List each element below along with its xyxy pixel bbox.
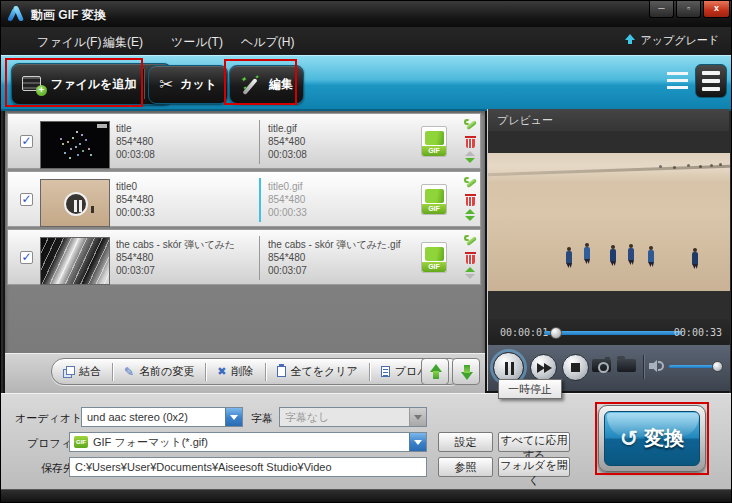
list-action-bar: 結合 ✎名前の変更 ✖削除 全てをクリア プロパティ — [5, 353, 485, 393]
browse-button[interactable]: 参照 — [438, 457, 493, 477]
upgrade-icon — [625, 34, 635, 45]
row2-delete-icon[interactable] — [465, 194, 477, 207]
row1-move-up-icon[interactable] — [465, 151, 475, 156]
divider — [259, 120, 260, 164]
divider — [259, 178, 261, 222]
snapshot-camera-icon[interactable] — [592, 359, 611, 372]
subtitle-select[interactable]: 字幕なし — [279, 407, 427, 427]
profile-settings-button[interactable]: 設定 — [438, 432, 493, 452]
total-time: 00:00:33 — [674, 327, 722, 338]
gif-format-icon: GIF — [421, 184, 447, 215]
file-row-3[interactable]: ✓ the cabs - skór 弾いてみた 854*480 00:03:07… — [7, 229, 481, 285]
row1-source-info: title 854*480 00:03:08 — [116, 122, 155, 161]
list-action-group: 結合 ✎名前の変更 ✖削除 全てをクリア プロパティ — [51, 358, 463, 385]
convert-button[interactable]: ↺ 変換 — [598, 405, 706, 472]
status-strip — [1, 489, 732, 503]
apply-to-all-button[interactable]: すべてに応用する — [498, 432, 570, 452]
audio-track-select[interactable]: und aac stereo (0x2) — [81, 407, 243, 427]
scissors-icon: ✂ — [159, 74, 173, 95]
row1-delete-icon[interactable] — [465, 136, 477, 149]
row3-edit-icon[interactable] — [464, 234, 478, 248]
move-up-button[interactable] — [421, 358, 449, 385]
pause-overlay-icon — [64, 192, 88, 216]
clear-all-button[interactable]: 全てをクリア — [266, 359, 369, 384]
edit-button[interactable]: ✦✦✦ 編集 — [229, 65, 304, 104]
toolbar: + ファイルを追加 ✂ カット ✦✦✦ 編集 — [1, 55, 732, 111]
merge-button[interactable]: 結合 — [52, 359, 112, 384]
menu-help[interactable]: ヘルプ(H) — [241, 34, 295, 51]
move-down-button[interactable] — [452, 358, 480, 385]
row2-name: title0 — [116, 180, 155, 193]
stop-button[interactable] — [562, 354, 589, 381]
row3-move-up-icon[interactable] — [465, 267, 475, 272]
cut-label: カット — [180, 76, 217, 93]
seek-bar-row: 00:00:01 00:00:33 — [488, 319, 730, 345]
row3-out-name: the cabs - skór 弾いてみた.gif — [268, 238, 401, 251]
magic-wand-icon: ✦✦✦ — [240, 75, 262, 95]
subtitle-label: 字幕 — [251, 411, 273, 426]
menu-edit[interactable]: 編集(E) — [103, 34, 143, 51]
detail-list-view-button[interactable] — [695, 64, 727, 98]
maximize-button[interactable]: ▫ — [676, 1, 701, 18]
open-folder-icon[interactable] — [617, 359, 636, 372]
row3-source-info: the cabs - skór 弾いてみた 854*480 00:03:07 — [116, 238, 235, 277]
dropdown-arrow-icon[interactable] — [225, 408, 242, 426]
row3-out-resolution: 854*480 — [268, 251, 401, 264]
close-button[interactable]: x — [703, 1, 730, 18]
dropdown-arrow-icon[interactable] — [409, 433, 426, 451]
seek-slider-handle[interactable] — [550, 327, 562, 339]
app-logo-icon — [9, 6, 26, 21]
row1-out-resolution: 854*480 — [268, 135, 307, 148]
rename-button[interactable]: ✎名前の変更 — [113, 359, 205, 384]
row1-move-down-icon[interactable] — [465, 158, 475, 163]
row1-resolution: 854*480 — [116, 135, 155, 148]
menu-bar: ファイル(F) 編集(E) ツール(T) ヘルプ(H) アップグレード — [1, 27, 732, 55]
preview-video[interactable] — [488, 153, 730, 291]
volume-slider-handle[interactable] — [712, 361, 723, 372]
fast-forward-button[interactable] — [530, 354, 557, 381]
volume-slider[interactable] — [669, 365, 721, 368]
row2-move-down-icon[interactable] — [465, 216, 475, 221]
seek-slider[interactable] — [544, 331, 682, 335]
arrow-up-icon — [430, 364, 442, 380]
document-icon — [381, 366, 390, 377]
app-window: 動画 GIF 変換 ─ ▫ x ファイル(F) 編集(E) ツール(T) ヘルプ… — [0, 0, 732, 503]
row3-checkbox[interactable]: ✓ — [20, 251, 33, 264]
row1-name: title — [116, 122, 155, 135]
file-row-1[interactable]: ✓ title 854*480 00:03:08 title.gif 854*4… — [7, 113, 481, 169]
upgrade-link[interactable]: アップグレード — [625, 33, 719, 48]
row3-out-duration: 00:03:07 — [268, 264, 401, 277]
speaker-icon[interactable] — [649, 360, 663, 372]
destination-input[interactable] — [69, 457, 427, 477]
row2-out-duration: 00:00:33 — [268, 206, 307, 219]
menu-file[interactable]: ファイル(F) — [37, 34, 101, 51]
row3-video-thumbnail — [40, 237, 110, 285]
row1-output-info: title.gif 854*480 00:03:08 — [268, 122, 307, 161]
row3-delete-icon[interactable] — [465, 252, 477, 265]
row1-video-thumbnail — [40, 121, 110, 169]
row2-checkbox[interactable]: ✓ — [20, 193, 33, 206]
divider — [143, 69, 144, 99]
cut-button[interactable]: ✂ カット — [148, 65, 228, 104]
minimize-button[interactable]: ─ — [649, 1, 674, 18]
row2-move-up-icon[interactable] — [465, 209, 475, 214]
row2-edit-icon[interactable] — [464, 176, 478, 190]
row1-checkbox[interactable]: ✓ — [20, 135, 33, 148]
menu-tools[interactable]: ツール(T) — [171, 34, 223, 51]
merge-icon — [63, 366, 74, 377]
open-folder-button[interactable]: フォルダを開く — [498, 457, 570, 477]
profile-select[interactable]: GIF GIF フォーマット(*.gif) — [69, 432, 427, 452]
delete-button[interactable]: ✖削除 — [206, 359, 264, 384]
convert-label: 変換 — [644, 425, 684, 452]
simple-list-view-icon[interactable] — [667, 71, 689, 91]
arrow-down-icon — [461, 364, 473, 380]
dropdown-arrow-icon — [409, 408, 426, 426]
divider — [643, 355, 644, 379]
row3-move-down-icon[interactable] — [465, 274, 475, 279]
row1-edit-icon[interactable] — [464, 118, 478, 132]
preview-title: プレビュー — [488, 109, 729, 131]
add-file-icon: + — [22, 75, 44, 93]
divider — [259, 236, 260, 280]
row1-duration: 00:03:08 — [116, 148, 155, 161]
file-row-2-selected[interactable]: ✓ title0 854*480 00:00:33 title0.gif 854… — [7, 171, 481, 227]
